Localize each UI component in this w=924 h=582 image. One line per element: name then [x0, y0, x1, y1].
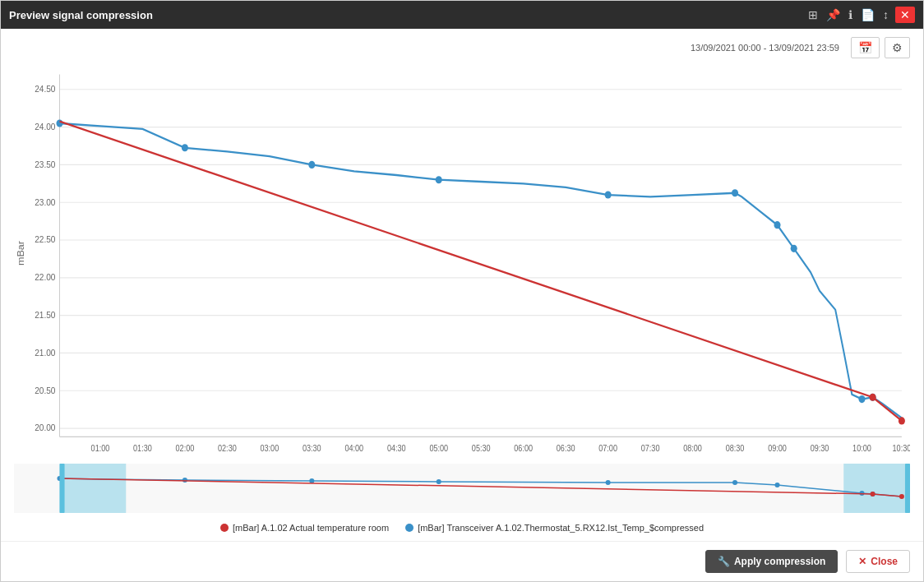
main-chart: mBar 24.50 24.00 23.50 23.00: [14, 65, 910, 460]
svg-text:21.50: 21.50: [35, 309, 55, 320]
wrench-icon: 🔧: [718, 556, 730, 567]
svg-text:21.00: 21.00: [35, 347, 55, 358]
svg-rect-42: [14, 464, 910, 513]
legend-label-blue: [mBar] Transceiver A.1.02.Thermostat_5.R…: [418, 523, 704, 533]
svg-text:10:00: 10:00: [852, 443, 871, 453]
svg-text:03:30: 03:30: [303, 443, 321, 453]
svg-text:06:30: 06:30: [557, 443, 575, 453]
svg-point-54: [871, 492, 875, 497]
svg-text:04:00: 04:00: [344, 443, 363, 453]
blue-dot: [605, 191, 612, 198]
close-button[interactable]: ✕ Close: [846, 550, 910, 573]
legend: [mBar] A.1.02 Actual temperature room [m…: [14, 523, 910, 533]
main-content: 13/09/2021 00:00 - 13/09/2021 23:59 📅 ⚙ …: [1, 29, 923, 541]
window-title: Preview signal compression: [9, 9, 153, 21]
svg-text:24.50: 24.50: [35, 84, 55, 95]
svg-text:22.00: 22.00: [35, 272, 55, 283]
svg-text:01:00: 01:00: [91, 443, 110, 453]
blue-dot: [774, 221, 780, 229]
svg-rect-56: [60, 464, 65, 513]
legend-item-blue: [mBar] Transceiver A.1.02.Thermostat_5.R…: [405, 523, 704, 533]
svg-text:08:30: 08:30: [726, 443, 745, 453]
svg-text:07:30: 07:30: [641, 443, 660, 453]
info-icon[interactable]: ℹ: [847, 7, 854, 23]
red-series-line: [60, 122, 902, 421]
title-bar: Preview signal compression ⊞ 📌 ℹ 📄 ↕ ✕: [1, 1, 923, 29]
main-window: Preview signal compression ⊞ 📌 ℹ 📄 ↕ ✕ 1…: [0, 0, 924, 582]
close-label: Close: [871, 556, 898, 567]
svg-rect-43: [60, 464, 127, 513]
svg-text:10:30: 10:30: [893, 443, 910, 453]
svg-rect-57: [905, 464, 910, 513]
blue-dot: [858, 395, 865, 403]
y-axis-label: mBar: [16, 241, 26, 266]
red-dot: [899, 417, 905, 424]
svg-text:05:30: 05:30: [472, 443, 491, 453]
blue-dot: [56, 119, 62, 127]
svg-point-48: [437, 479, 441, 484]
svg-point-55: [899, 494, 904, 499]
legend-label-red: [mBar] A.1.02 Actual temperature room: [233, 523, 389, 533]
svg-text:01:30: 01:30: [133, 443, 152, 453]
blue-series-line: [60, 123, 902, 418]
svg-point-49: [606, 480, 611, 485]
svg-text:24.00: 24.00: [35, 121, 55, 132]
pin-icon[interactable]: 📌: [825, 7, 842, 23]
svg-rect-44: [843, 464, 910, 513]
svg-text:20.50: 20.50: [35, 385, 55, 395]
legend-item-red: [mBar] A.1.02 Actual temperature room: [220, 523, 389, 533]
settings-button[interactable]: ⚙: [885, 37, 910, 58]
svg-text:08:00: 08:00: [683, 443, 702, 453]
apply-compression-button[interactable]: 🔧 Apply compression: [705, 550, 838, 573]
blue-dot: [436, 176, 442, 183]
apply-label: Apply compression: [734, 556, 825, 567]
chart-header: 13/09/2021 00:00 - 13/09/2021 23:59 📅 ⚙: [14, 37, 910, 58]
close-icon: ✕: [858, 556, 866, 567]
red-dot: [870, 394, 876, 401]
main-chart-svg: mBar 24.50 24.00 23.50 23.00: [14, 65, 910, 460]
legend-dot-red: [220, 524, 229, 532]
svg-text:06:00: 06:00: [514, 443, 533, 453]
blue-dot: [182, 144, 188, 151]
calendar-button[interactable]: 📅: [851, 37, 880, 58]
svg-text:23.50: 23.50: [35, 159, 55, 169]
svg-point-50: [732, 480, 737, 485]
title-bar-icons: ⊞ 📌 ℹ 📄 ↕ ✕: [806, 7, 915, 23]
svg-text:02:30: 02:30: [218, 443, 237, 453]
svg-text:09:00: 09:00: [768, 443, 787, 453]
svg-text:04:30: 04:30: [387, 443, 406, 453]
blue-dot: [308, 161, 315, 169]
expand-icon[interactable]: ↕: [881, 7, 890, 23]
mini-chart: [14, 464, 910, 513]
svg-text:05:00: 05:00: [429, 443, 448, 453]
blue-dot: [791, 245, 797, 252]
svg-text:03:00: 03:00: [260, 443, 279, 453]
chart-area: mBar 24.50 24.00 23.50 23.00: [14, 65, 910, 533]
svg-text:22.50: 22.50: [35, 234, 55, 245]
svg-text:09:30: 09:30: [811, 443, 829, 453]
svg-point-46: [182, 478, 187, 483]
footer: 🔧 Apply compression ✕ Close: [1, 541, 923, 581]
open-external-icon[interactable]: ⊞: [806, 7, 820, 23]
svg-point-51: [774, 483, 779, 487]
legend-dot-blue: [405, 524, 413, 532]
svg-text:02:00: 02:00: [176, 443, 195, 453]
blue-dot: [732, 189, 738, 196]
svg-text:07:00: 07:00: [598, 443, 617, 453]
close-window-icon[interactable]: ✕: [895, 7, 915, 23]
svg-text:23.00: 23.00: [35, 196, 55, 207]
svg-text:20.00: 20.00: [35, 423, 55, 433]
svg-point-47: [309, 478, 314, 483]
date-range: 13/09/2021 00:00 - 13/09/2021 23:59: [691, 43, 839, 53]
mini-chart-svg: [14, 464, 910, 513]
document-icon[interactable]: 📄: [859, 7, 876, 23]
